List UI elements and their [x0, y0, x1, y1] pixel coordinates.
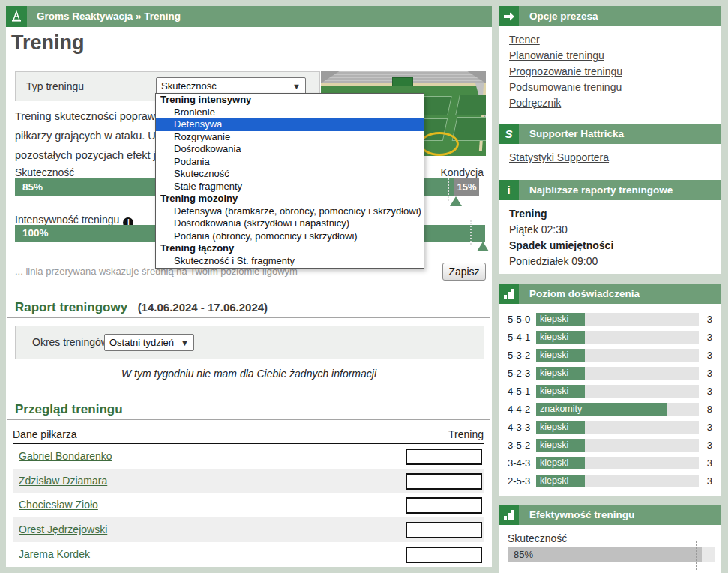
- dropdown-option[interactable]: Podania (obrońcy, pomocnicy i skrzydłowi…: [156, 230, 424, 243]
- intensity-slider-handle[interactable]: [477, 242, 489, 251]
- training-input[interactable]: [406, 473, 482, 490]
- formation-label: 3-5-2: [508, 440, 536, 451]
- formation-label: 4-3-3: [508, 422, 536, 433]
- dropdown-option[interactable]: Defensywa (bramkarze, obrońcy, pomocnicy…: [156, 206, 424, 218]
- main-content: Trening Typ treningu Skuteczność ▼ Tre: [6, 27, 492, 567]
- formation-label: 4-5-1: [508, 386, 536, 397]
- experience-bar-fill: kiepski: [536, 313, 585, 326]
- effectiveness-bar: 85%: [508, 548, 715, 562]
- sidebar-link-prognozowanie[interactable]: Prognozowanie treningu: [509, 64, 711, 80]
- sidebar-link-podsumowanie[interactable]: Podsumowanie treningu: [509, 80, 711, 95]
- league-average-marker: [470, 220, 472, 244]
- training-pitch: [455, 94, 486, 116]
- formation-label: 5-5-0: [508, 314, 536, 325]
- period-select[interactable]: Ostatni tydzień ▼: [104, 334, 194, 351]
- intensity-label-text: Intensywność treningu: [15, 214, 119, 226]
- experience-row: 5-3-2kiepski3: [508, 346, 712, 364]
- experience-row: 3-5-2kiepski3: [508, 436, 712, 454]
- experience-bar-fill: kiepski: [536, 367, 585, 380]
- dropdown-option[interactable]: Podania: [156, 156, 424, 169]
- player-row: Chociesław Zioło: [13, 493, 484, 518]
- skill-bar-label: Skuteczność: [15, 166, 74, 178]
- page-title: Trening: [11, 32, 85, 55]
- effectiveness-box-title: Efektywność treningu: [529, 505, 721, 525]
- player-link[interactable]: Chociesław Zioło: [19, 493, 98, 518]
- experience-count: 3: [699, 422, 712, 433]
- experience-box: Poziom doświadczenia 5-5-0kiepski35-4-1k…: [499, 284, 721, 496]
- experience-row: 3-4-3kiepski3: [508, 454, 712, 472]
- skill-share-value: 85%: [22, 178, 43, 196]
- dropdown-option[interactable]: Defensywa: [156, 118, 424, 131]
- experience-row: 4-3-3kiepski3: [508, 418, 712, 436]
- experience-bar: kiepski: [536, 475, 699, 488]
- experience-box-header: Poziom doświadczenia: [499, 284, 721, 304]
- period-select-value: Ostatni tydzień: [109, 337, 174, 348]
- experience-count: 3: [699, 476, 712, 487]
- league-average-marker: [696, 542, 697, 570]
- options-box: Opcje prezesa Trener Planowanie treningu…: [499, 6, 721, 124]
- skill-slider-handle[interactable]: [450, 196, 462, 206]
- save-button[interactable]: Zapisz: [442, 262, 486, 280]
- experience-row: 4-5-1kiepski3: [508, 382, 712, 400]
- training-input[interactable]: [406, 497, 482, 514]
- training-description-line: piłkarzy grających w ataku. U za: [15, 130, 170, 142]
- experience-count: 3: [699, 332, 712, 343]
- sidebar-link-statystyki[interactable]: Statystyki Supportera: [509, 150, 711, 166]
- formation-label: 3-4-3: [508, 458, 536, 469]
- player-row: Jarema Kordek: [13, 542, 484, 567]
- experience-box-body: 5-5-0kiepski35-4-1kiepski35-3-2kiepski35…: [499, 304, 721, 496]
- training-type-select[interactable]: Skuteczność ▼: [156, 77, 306, 94]
- dropdown-option[interactable]: Dośrodkowania (skrzydłowi i napastnicy): [156, 218, 424, 230]
- experience-row: 5-2-3kiepski3: [508, 364, 712, 382]
- training-input[interactable]: [406, 522, 482, 538]
- training-pitch: [452, 117, 486, 141]
- effectiveness-box: Efektywność treningu Skuteczność 85%: [499, 505, 721, 573]
- experience-bar-fill: kiepski: [536, 475, 585, 488]
- dropdown-option[interactable]: Rozgrywanie: [156, 131, 424, 144]
- options-box-title: Opcje prezesa: [529, 6, 721, 26]
- experience-bar: kiepski: [536, 331, 699, 344]
- formation-label: 5-4-1: [508, 332, 536, 343]
- training-input[interactable]: [406, 448, 482, 465]
- experience-count: 3: [699, 368, 712, 379]
- effectiveness-box-header: Efektywność treningu: [499, 505, 721, 525]
- training-type-dropdown[interactable]: Trening intensywnyBronienieDefensywaRozg…: [155, 93, 424, 268]
- supporter-box: S Supporter Hattricka Statystyki Support…: [499, 124, 721, 180]
- overview-title: Przegląd treningu: [15, 402, 123, 416]
- sidebar-link-planowanie[interactable]: Planowanie treningu: [509, 48, 711, 64]
- training-type-select-value: Skuteczność: [161, 80, 217, 92]
- chevron-down-icon: ▼: [181, 338, 189, 347]
- player-link[interactable]: Gabriel Bondarenko: [19, 444, 112, 469]
- training-type-label: Typ treningu: [26, 72, 84, 100]
- dropdown-option[interactable]: Bronienie: [156, 106, 424, 119]
- dropdown-group-label: Trening łączony: [156, 242, 424, 255]
- options-box-body: Trener Planowanie treningu Prognozowanie…: [499, 26, 721, 124]
- reports-box-body: Trening Piątek 02:30 Spadek umiejętności…: [499, 200, 721, 274]
- player-link[interactable]: Orest Jędrzejowski: [19, 518, 107, 542]
- player-link[interactable]: Zdzisław Dziamara: [19, 469, 107, 494]
- experience-bar: kiepski: [536, 349, 699, 362]
- report-empty-message: W tym tygodniu nie mam dla Ciebie żadnyc…: [6, 368, 492, 380]
- dropdown-option[interactable]: Skuteczność i St. fragmenty: [156, 255, 424, 268]
- dropdown-option[interactable]: Dośrodkowania: [156, 143, 424, 156]
- experience-bar-fill: kiepski: [536, 421, 585, 434]
- player-row: Gabriel Bondarenko: [13, 444, 484, 469]
- experience-bar: znakomity: [536, 403, 699, 416]
- column-header-training: Trening: [448, 428, 484, 440]
- stadium-scoreboard: [392, 77, 413, 86]
- experience-row: 5-5-0kiepski3: [508, 310, 712, 328]
- effectiveness-value: 85%: [514, 549, 533, 560]
- training-input[interactable]: [406, 547, 482, 563]
- experience-row: 4-4-2znakomity8: [508, 400, 712, 418]
- sidebar-link-podrecznik[interactable]: Podręcznik: [509, 95, 711, 111]
- breadcrumb-bar: Groms Reaktywacja » Trening: [6, 6, 492, 27]
- divider: [7, 317, 490, 318]
- sidebar-link-trener[interactable]: Trener: [509, 32, 711, 48]
- dropdown-option[interactable]: Skuteczność: [156, 168, 424, 181]
- experience-bar: kiepski: [536, 421, 699, 434]
- player-link[interactable]: Jarema Kordek: [19, 542, 90, 567]
- center-circle: [420, 132, 459, 156]
- experience-count: 3: [699, 350, 712, 361]
- effectiveness-bar-fill: 85%: [508, 548, 702, 562]
- dropdown-option[interactable]: Stałe fragmenty: [156, 181, 424, 194]
